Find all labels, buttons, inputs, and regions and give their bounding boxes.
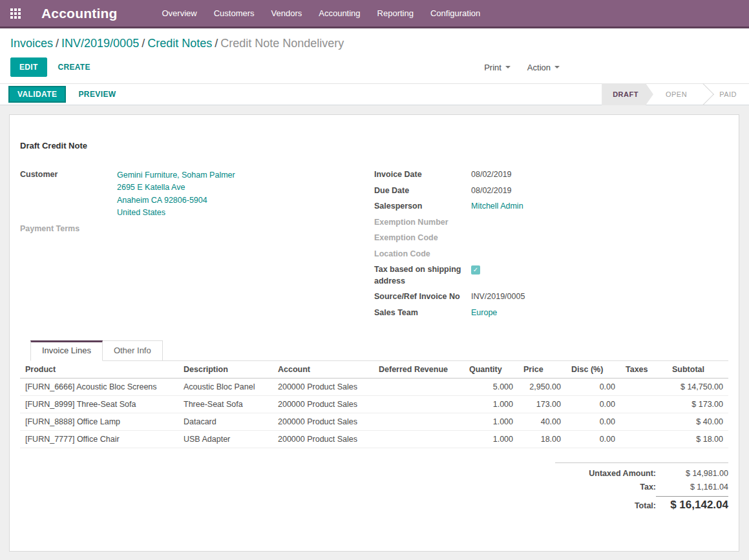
customer-street-link[interactable]: 2695 E Katella Ave	[117, 183, 185, 192]
col-header-disc[interactable]: Disc (%)	[566, 361, 620, 379]
nav-item-customers[interactable]: Customers	[206, 0, 263, 26]
breadcrumb-credit-notes[interactable]: Credit Notes	[147, 37, 212, 50]
due-date-value[interactable]: 08/02/2019	[471, 185, 512, 197]
col-header-product[interactable]: Product	[20, 361, 178, 379]
cell-account[interactable]: 200000 Product Sales	[273, 396, 374, 413]
edit-button[interactable]: EDIT	[10, 57, 47, 77]
cell-disc[interactable]: 0.00	[566, 413, 620, 431]
cell-subtotal[interactable]: $ 14,750.00	[667, 379, 728, 396]
apps-grid-icon[interactable]	[10, 8, 21, 19]
status-row: VALIDATE PREVIEW DRAFT OPEN PAID	[0, 83, 749, 105]
col-header-quantity[interactable]: Quantity	[464, 361, 518, 379]
credit-note-sheet: Draft Credit Note Customer Gemini Furnit…	[9, 114, 739, 552]
cell-account[interactable]: 200000 Product Sales	[273, 379, 374, 396]
cell-subtotal[interactable]: $ 18.00	[667, 431, 728, 448]
source-ref-invoice-label: Source/Ref Invoice No	[374, 291, 471, 303]
invoice-date-value[interactable]: 08/02/2019	[471, 169, 512, 181]
table-row[interactable]: [FURN_8999] Three-Seat Sofa Three-Seat S…	[20, 396, 728, 413]
customer-city-link[interactable]: Anaheim CA 92806-5904	[117, 196, 207, 205]
tax-shipping-address-checkbox[interactable]	[471, 265, 480, 275]
cell-quantity[interactable]: 5.000	[464, 379, 518, 396]
form-title: Draft Credit Note	[20, 141, 728, 150]
cell-product[interactable]: [FURN_8888] Office Lamp	[20, 413, 178, 431]
caret-down-icon	[505, 66, 511, 68]
exemption-code-label: Exemption Code	[374, 233, 471, 244]
table-row[interactable]: [FURN_8888] Office Lamp Datacard 200000 …	[20, 413, 728, 431]
customer-name-link[interactable]: Gemini Furniture, Soham Palmer	[117, 171, 235, 180]
breadcrumb-separator: /	[139, 37, 147, 50]
cell-price[interactable]: 2,950.00	[518, 379, 566, 396]
cell-quantity[interactable]: 1.000	[464, 413, 518, 431]
cell-deferred-revenue[interactable]	[374, 396, 464, 413]
sales-team-label: Sales Team	[374, 307, 471, 319]
table-row[interactable]: [FURN_6666] Acoustic Bloc Screens Acoust…	[20, 379, 728, 396]
col-header-subtotal[interactable]: Subtotal	[667, 361, 728, 379]
cell-taxes[interactable]	[620, 379, 667, 396]
nav-item-configuration[interactable]: Configuration	[422, 0, 489, 26]
breadcrumb-invoice-number[interactable]: INV/2019/0005	[61, 37, 139, 50]
cell-taxes[interactable]	[620, 413, 667, 431]
cell-subtotal[interactable]: $ 173.00	[667, 396, 728, 413]
nav-item-accounting[interactable]: Accounting	[310, 0, 368, 26]
cell-product[interactable]: [FURN_6666] Acoustic Bloc Screens	[20, 379, 178, 396]
nav-item-vendors[interactable]: Vendors	[263, 0, 311, 26]
source-ref-invoice-value[interactable]: INV/2019/0005	[471, 291, 525, 303]
cell-subtotal[interactable]: $ 40.00	[667, 413, 728, 431]
cell-product[interactable]: [FURN_8999] Three-Seat Sofa	[20, 396, 178, 413]
cell-quantity[interactable]: 1.000	[464, 396, 518, 413]
untaxed-amount-value: $ 14,981.00	[656, 469, 728, 478]
col-header-price[interactable]: Price	[518, 361, 566, 379]
cell-product[interactable]: [FURN_7777] Office Chair	[20, 431, 178, 448]
payment-terms-label: Payment Terms	[20, 223, 117, 235]
cell-description[interactable]: USB Adapter	[178, 431, 273, 448]
action-dropdown-button[interactable]: Action	[527, 63, 560, 72]
cell-deferred-revenue[interactable]	[374, 379, 464, 396]
total-value: $ 16,142.04	[656, 496, 728, 512]
status-step-draft[interactable]: DRAFT	[602, 83, 653, 105]
cell-deferred-revenue[interactable]	[374, 413, 464, 431]
cell-disc[interactable]: 0.00	[566, 431, 620, 448]
cell-price[interactable]: 40.00	[518, 413, 566, 431]
untaxed-amount-label: Untaxed Amount:	[589, 469, 656, 478]
invoice-lines-table: Product Description Account Deferred Rev…	[20, 361, 728, 448]
breadcrumb: Invoices/INV/2019/0005/Credit Notes/Cred…	[10, 35, 739, 52]
location-code-label: Location Code	[374, 249, 471, 260]
col-header-account[interactable]: Account	[273, 361, 374, 379]
cell-description[interactable]: Acoustic Bloc Panel	[178, 379, 273, 396]
cell-price[interactable]: 173.00	[518, 396, 566, 413]
customer-country-link[interactable]: United States	[117, 208, 165, 217]
nav-item-reporting[interactable]: Reporting	[369, 0, 422, 26]
sales-team-value[interactable]: Europe	[471, 308, 497, 317]
cell-disc[interactable]: 0.00	[566, 396, 620, 413]
col-header-description[interactable]: Description	[178, 361, 273, 379]
cell-description[interactable]: Datacard	[178, 413, 273, 431]
preview-button[interactable]: PREVIEW	[78, 90, 116, 99]
table-row[interactable]: [FURN_7777] Office Chair USB Adapter 200…	[20, 431, 728, 448]
cell-description[interactable]: Three-Seat Sofa	[178, 396, 273, 413]
app-title[interactable]: Accounting	[41, 6, 118, 21]
customer-value: Gemini Furniture, Soham Palmer 2695 E Ka…	[117, 169, 235, 219]
form-field-group: Customer Gemini Furniture, Soham Palmer …	[20, 169, 728, 323]
control-panel: Invoices/INV/2019/0005/Credit Notes/Cred…	[0, 28, 749, 83]
nav-item-overview[interactable]: Overview	[154, 0, 206, 26]
notebook-tabs: Invoice Lines Other Info	[30, 340, 728, 361]
cell-taxes[interactable]	[620, 431, 667, 448]
cell-quantity[interactable]: 1.000	[464, 431, 518, 448]
cell-account[interactable]: 200000 Product Sales	[273, 431, 374, 448]
tab-invoice-lines[interactable]: Invoice Lines	[30, 340, 103, 361]
caret-down-icon	[554, 66, 560, 68]
tab-other-info[interactable]: Other Info	[103, 340, 163, 360]
cell-disc[interactable]: 0.00	[566, 379, 620, 396]
cell-price[interactable]: 18.00	[518, 431, 566, 448]
breadcrumb-current: Credit Note Nondelivery	[220, 37, 344, 50]
print-dropdown-button[interactable]: Print	[484, 63, 511, 72]
validate-button[interactable]: VALIDATE	[8, 86, 66, 103]
col-header-deferred-revenue[interactable]: Deferred Revenue	[374, 361, 464, 379]
breadcrumb-invoices[interactable]: Invoices	[10, 37, 53, 50]
cell-account[interactable]: 200000 Product Sales	[273, 413, 374, 431]
create-button[interactable]: CREATE	[58, 63, 90, 72]
cell-taxes[interactable]	[620, 396, 667, 413]
cell-deferred-revenue[interactable]	[374, 431, 464, 448]
salesperson-value[interactable]: Mitchell Admin	[471, 202, 523, 211]
col-header-taxes[interactable]: Taxes	[620, 361, 667, 379]
